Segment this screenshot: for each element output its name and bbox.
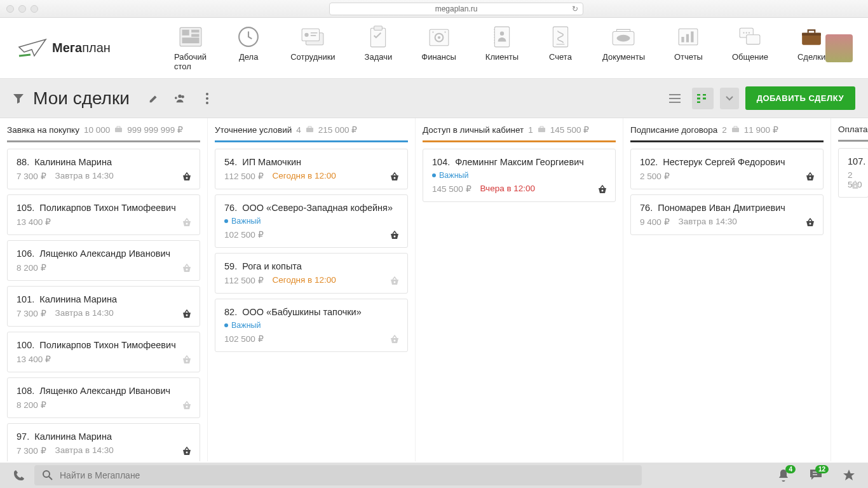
nav-label: Задачи [365, 52, 393, 62]
filter-icon[interactable] [13, 93, 24, 104]
svg-point-40 [186, 269, 188, 271]
nav-item-9[interactable]: Общение [732, 25, 768, 71]
nav-item-1[interactable]: Дела [236, 25, 261, 71]
nav-item-3[interactable]: Задачи [365, 25, 393, 71]
svg-point-42 [186, 360, 188, 362]
basket-icon [182, 401, 192, 410]
card-title: 97. Калинина Марина [17, 431, 191, 442]
svg-point-17 [500, 31, 504, 35]
column-amount: 145 500 ₽ [550, 125, 590, 135]
deal-card[interactable]: 82. ООО «Бабушкины тапочки»Важный102 500… [215, 299, 408, 352]
deal-card[interactable]: 102. Нестерук Сергей Федорович2 500 ₽ [630, 149, 824, 189]
svg-point-14 [432, 31, 433, 32]
close-icon[interactable] [6, 5, 14, 13]
maximize-icon[interactable] [31, 5, 38, 13]
deal-card[interactable]: 76. Пономарев Иван Дмитриевич9 400 ₽Завт… [630, 194, 824, 235]
deal-card[interactable]: 88. Калинина Марина7 300 ₽Завтра в 14:30 [7, 149, 200, 189]
column-count: 2 [722, 125, 727, 135]
basket-icon [805, 172, 815, 181]
list-view-button[interactable] [664, 88, 686, 109]
svg-point-56 [855, 186, 857, 187]
nav-label: Сотрудники [290, 52, 335, 62]
nav-label: Сделки [797, 52, 825, 62]
nav-item-4[interactable]: Финансы [421, 25, 456, 71]
page-title: Мои сделки [33, 88, 130, 109]
svg-point-39 [186, 223, 188, 225]
nav-item-10[interactable]: Сделки [797, 25, 825, 71]
basket-icon [597, 185, 607, 194]
address-field[interactable]: megaplan.ru ↻ [329, 3, 583, 15]
card-tag: Важный [224, 321, 398, 330]
card-title: 82. ООО «Бабушкины тапочки» [224, 307, 398, 317]
logo[interactable]: Мегаплан [18, 37, 111, 60]
card-title: 59. Рога и копыта [224, 261, 398, 271]
messages-badge: 12 [815, 465, 829, 473]
view-dropdown[interactable] [720, 88, 739, 109]
card-price: 7 300 ₽ [17, 171, 46, 181]
minimize-icon[interactable] [18, 5, 26, 13]
add-people-icon[interactable] [174, 92, 187, 105]
kanban-column: Завяка на покупку10 000999 999 999 ₽88. … [0, 118, 208, 461]
deal-card[interactable]: 107. 2 500 [838, 148, 868, 198]
svg-point-29 [749, 32, 750, 33]
deal-card[interactable]: 101. Калинина Марина7 300 ₽Завтра в 14:3… [7, 286, 200, 327]
svg-rect-1 [182, 29, 189, 35]
notifications-icon[interactable]: 4 [778, 469, 789, 482]
column-title: Уточнение условий [215, 125, 292, 135]
card-title: 100. Поликарпов Тихон Тимофеевич [17, 340, 191, 350]
card-title: 76. Пономарев Иван Дмитриевич [640, 203, 814, 213]
svg-point-15 [444, 31, 445, 32]
card-title: 54. ИП Мамочкин [224, 157, 398, 167]
svg-point-27 [743, 32, 745, 33]
column-header: Подписание договора211 900 ₽ [630, 125, 824, 142]
svg-point-57 [43, 471, 50, 477]
deal-card[interactable]: 105. Поликарпов Тихон Тимофеевич13 400 ₽ [7, 194, 200, 235]
nav-item-0[interactable]: Рабочий стол [174, 25, 207, 71]
search-bar[interactable] [34, 465, 642, 485]
briefcase-icon [731, 126, 740, 134]
card-when: Завтра в 14:30 [679, 217, 737, 227]
search-input[interactable] [60, 470, 634, 480]
svg-point-43 [186, 406, 188, 408]
deal-card[interactable]: 97. Калинина Марина7 300 ₽Завтра в 14:30 [7, 423, 200, 461]
messages-icon[interactable]: 12 [810, 469, 822, 482]
nav-item-5[interactable]: Клиенты [485, 25, 519, 71]
basket-icon [390, 276, 400, 285]
edit-icon[interactable] [147, 92, 160, 105]
deal-card[interactable]: 106. Лященко Александр Иванович8 200 ₽ [7, 240, 200, 281]
add-deal-button[interactable]: ДОБАВИТЬ СДЕЛКУ [745, 86, 855, 110]
svg-rect-2 [191, 29, 199, 32]
nav-item-2[interactable]: Сотрудники [290, 25, 335, 71]
nav-item-6[interactable]: Счета [548, 25, 573, 71]
card-price: 2 500 ₽ [640, 171, 670, 181]
svg-point-44 [186, 452, 188, 454]
deal-card[interactable]: 54. ИП Мамочкин112 500 ₽Сегодня в 12:00 [215, 149, 408, 189]
plane-icon [18, 37, 48, 60]
browser-titlebar: megaplan.ru ↻ [0, 0, 868, 18]
more-icon[interactable] [201, 92, 214, 105]
nav-item-7[interactable]: Документы [602, 25, 645, 71]
deal-card[interactable]: 100. Поликарпов Тихон Тимофеевич13 400 ₽ [7, 332, 200, 372]
basket-icon [182, 264, 192, 273]
kanban-view-button[interactable] [692, 88, 714, 109]
deal-card[interactable]: 104. Флеминнг Максим ГеоргиевичВажный145… [423, 149, 616, 202]
reload-icon[interactable]: ↻ [572, 4, 578, 13]
avatar[interactable] [825, 34, 853, 62]
card-price: 8 200 ₽ [17, 262, 46, 273]
column-count: 10 000 [84, 125, 110, 135]
nav-label: Рабочий стол [174, 52, 207, 71]
deal-card[interactable]: 108. Лященко Александр Иванович8 200 ₽ [7, 377, 200, 418]
basket-icon [182, 172, 192, 181]
star-icon[interactable] [843, 469, 855, 482]
nav-icon [548, 25, 573, 48]
svg-point-33 [181, 95, 184, 98]
nav-icon [675, 25, 701, 48]
phone-icon[interactable] [13, 469, 25, 482]
deal-card[interactable]: 76. ООО «Северо-Западная кофейня»Важный1… [215, 194, 408, 248]
svg-point-50 [394, 340, 396, 342]
svg-point-13 [437, 36, 440, 38]
nav-item-8[interactable]: Отчеты [674, 25, 703, 71]
nav-label: Клиенты [485, 52, 519, 62]
basket-icon [390, 231, 400, 240]
deal-card[interactable]: 59. Рога и копыта112 500 ₽Сегодня в 12:0… [215, 253, 408, 294]
